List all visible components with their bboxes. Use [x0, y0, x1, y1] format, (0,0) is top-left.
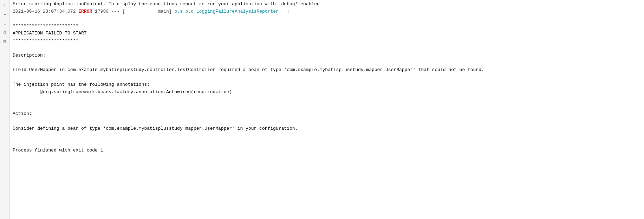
scroll-end-icon[interactable]: ⤵	[1, 20, 8, 27]
blank-line-6	[13, 103, 641, 110]
blank-line-2	[13, 45, 641, 52]
bracket-close: ]	[169, 9, 172, 14]
blank-line-5	[13, 96, 641, 103]
log-line-description: Description:	[13, 52, 641, 59]
console-output: Error starting ApplicationContext. To di…	[10, 0, 644, 219]
log-line-error-starting: Error starting ApplicationContext. To di…	[13, 1, 641, 8]
separator: --- [	[111, 9, 125, 14]
logger-name: o.s.b.d.LoggingFailureAnalysisReporter	[174, 9, 278, 14]
pid: 17980	[95, 9, 109, 14]
log-line-stars-top: ************************	[13, 22, 641, 30]
log-line-consider: Consider defining a bean of type 'com.ex…	[13, 125, 641, 133]
thread: main	[125, 9, 169, 14]
log-line-error-header: 2021-06-16 23:07:34.072 ERROR 17980 --- …	[13, 8, 641, 15]
log-line-action: Action:	[13, 110, 641, 118]
blank-line-8	[13, 132, 641, 140]
wrap-icon[interactable]: ≡	[1, 11, 8, 18]
log-line-stars-bottom: ************************	[13, 37, 641, 45]
error-level: ERROR	[78, 9, 92, 14]
log-line-app-failed: APPLICATION FAILED TO START	[13, 30, 641, 37]
sidebar: ↓ ≡ ⤵ ⎙ 🗑	[0, 0, 10, 219]
log-line-process-finished: Process finished with exit code 1	[13, 147, 641, 154]
blank-line-9	[13, 140, 641, 147]
clear-icon[interactable]: 🗑	[1, 38, 8, 45]
colon: :	[279, 9, 290, 14]
blank-line-4	[13, 74, 641, 81]
log-line-field-error: Field UserMapper in com.example.mybatisp…	[13, 66, 641, 74]
scroll-down-icon[interactable]: ↓	[1, 1, 8, 8]
timestamp: 2021-06-16 23:07:34.072	[13, 9, 76, 14]
print-icon[interactable]: ⎙	[1, 29, 8, 36]
log-line-injection-point: The injection point has the following an…	[13, 81, 641, 89]
blank-line-1	[13, 15, 641, 23]
blank-line-3	[13, 59, 641, 66]
blank-line-7	[13, 118, 641, 125]
log-line-autowired: - @org.springframework.beans.factory.ann…	[13, 89, 641, 96]
